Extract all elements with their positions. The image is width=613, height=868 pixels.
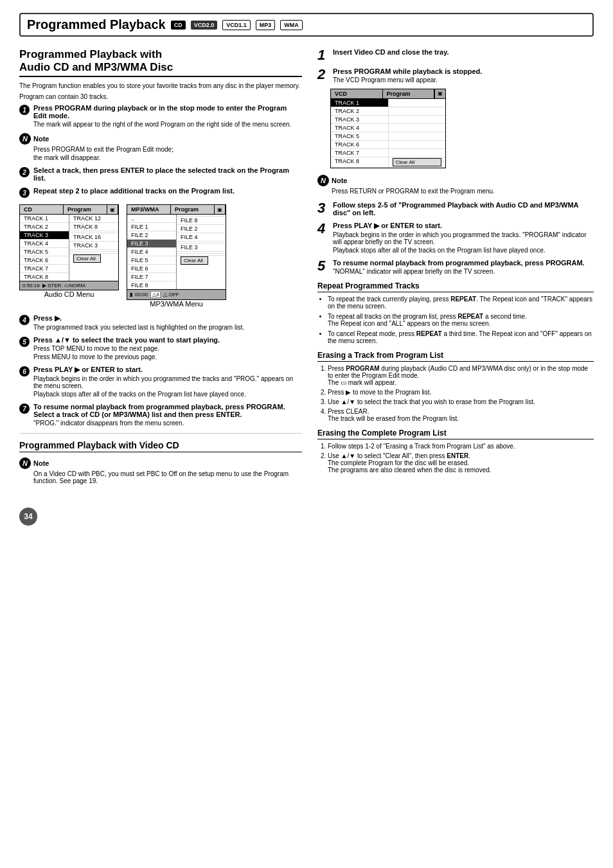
step7-num: 7 <box>19 403 30 414</box>
step5-sub1: Press TOP MENU to move to the next page. <box>33 345 302 352</box>
r-step4-title: Press PLAY ▶ or ENTER to start. <box>333 222 594 230</box>
step5-title: Press ▲/▼ to select the track you want t… <box>33 336 302 344</box>
step1-sub: The mark will appear to the right of the… <box>33 121 302 128</box>
step1-num: 1 <box>19 105 30 115</box>
cd-col1: CD <box>20 205 64 214</box>
step7-sub2: "PROG." indicator disappears from the me… <box>33 420 302 427</box>
r-step1-title: Insert Video CD and close the tray. <box>333 48 594 56</box>
mp3-row0: .. <box>127 215 176 223</box>
cd-col2: Program <box>64 205 107 214</box>
erase-item2: Press ▶ to move to the Program list. <box>328 389 594 396</box>
note2-label: Note <box>33 459 49 467</box>
note1-label: Note <box>33 135 49 143</box>
vcd-track2: TRACK 2 <box>331 107 445 116</box>
r-note-icon: N <box>317 175 329 186</box>
cd-bottom-bar: 0:50:18 ▶ STER. ▭NORM. <box>20 281 118 290</box>
note1-text2: the mark will disappear. <box>33 154 302 161</box>
cd-prog1: TRACK 12 <box>69 215 118 223</box>
r-step2: 2 Press PROGRAM while playback is stoppe… <box>317 67 594 84</box>
vcd-track5: TRACK 5 <box>331 132 445 141</box>
section1-title: Programmed Playback with Audio CD and MP… <box>19 48 302 77</box>
mp3-col1: MP3/WMA <box>127 205 171 214</box>
step1-title: Press PROGRAM during playback or in the … <box>33 104 302 120</box>
step5: 5 Press ▲/▼ to select the track you want… <box>19 336 302 360</box>
step4-title: Press ▶. <box>33 314 302 323</box>
cd-prog4: TRACK 16 <box>69 233 118 242</box>
section2-title: Programmed Playback with Video CD <box>19 440 302 452</box>
repeat-item1: To repeat the track currently playing, p… <box>328 296 594 310</box>
mp3-off: △ OFF <box>163 292 179 297</box>
cd-prog8: Clear All <box>69 254 118 263</box>
erase-complete-item2: Use ▲/▼ to select "Clear All", then pres… <box>328 452 594 474</box>
r-step3-title: Follow steps 2-5 of "Programmed Playback… <box>333 201 594 217</box>
r-step5: 5 To resume normal playback from program… <box>317 259 594 275</box>
step1: 1 Press PROGRAM during playback or in th… <box>19 104 302 128</box>
r-step3: 3 Follow steps 2-5 of "Programmed Playba… <box>317 201 594 217</box>
step5-num: 5 <box>19 337 30 347</box>
left-column: Programmed Playback with Audio CD and MP… <box>19 48 302 526</box>
cd-menu: CD Program ▣ TRACK 1 TRACK 2 TRACK 3 TRA… <box>19 204 119 308</box>
vcd-col1: VCD <box>331 89 383 98</box>
cd-row1: TRACK 1 <box>20 215 69 223</box>
cd-row6: TRACK 6 <box>20 256 69 265</box>
step3-num: 3 <box>19 188 30 198</box>
badge-vcd20: VCD2.0 <box>191 21 218 30</box>
mp3-prog3: FILE 4 <box>177 233 226 242</box>
cd-row7: TRACK 7 <box>20 265 69 273</box>
cd-menu-label: Audio CD Menu <box>19 290 119 298</box>
page-header: Programmed Playback CD VCD2.0 VCD1.1 MP3… <box>19 13 594 37</box>
r-step4-sub2: Playback stops after all of the tracks o… <box>333 247 594 254</box>
step3: 3 Repeat step 2 to place additional trac… <box>19 187 302 198</box>
r-step5-sub: "NORMAL" indicator will appear briefly o… <box>333 268 594 275</box>
mp3-row1: FILE 1 <box>127 223 176 231</box>
r-note-text: Press RETURN or PROGRAM to exit the Prog… <box>332 188 594 195</box>
step7-title: To resume normal playback from programme… <box>33 403 302 411</box>
r-step4-sub1: Playback begins in the order in which yo… <box>333 231 594 245</box>
r-step3-num: 3 <box>317 201 329 215</box>
erase-list: Press PROGRAM during playback (Audio CD … <box>328 365 594 422</box>
page-number: 34 <box>19 508 37 526</box>
repeat-heading: Repeat Programmed Tracks <box>317 281 594 292</box>
erase-complete-heading: Erasing the Complete Program List <box>317 429 594 439</box>
step3-title: Repeat step 2 to place additional tracks… <box>33 187 302 195</box>
mp3-menu-box: MP3/WMA Program ▣ .. FILE 1 FILE 2 FILE … <box>127 204 226 300</box>
note1-text1: Press PROGRAM to exit the Program Edit m… <box>33 146 302 153</box>
r-step1-num: 1 <box>317 48 329 62</box>
mp3-menu-label: MP3/WMA Menu <box>127 300 226 308</box>
step6-title: Press PLAY ▶ or ENTER to start. <box>33 366 302 374</box>
badge-mp3: MP3 <box>256 20 276 30</box>
erase-complete-list: Follow steps 1-2 of "Erasing a Track fro… <box>328 443 594 474</box>
r-note: N Note Press RETURN or PROGRAM to exit t… <box>317 175 594 195</box>
step7: 7 To resume normal playback from program… <box>19 403 302 427</box>
r-step4: 4 Press PLAY ▶ or ENTER to start. Playba… <box>317 222 594 254</box>
mp3-row4: FILE 4 <box>127 248 176 256</box>
step6-num: 6 <box>19 366 30 376</box>
step4-num: 4 <box>19 315 30 325</box>
vcd-track7: TRACK 7 <box>331 149 445 157</box>
mp3-row7: FILE 7 <box>127 273 176 281</box>
step6-sub2: Playback stops after all of the tracks o… <box>33 391 302 398</box>
cd-clear-btn[interactable]: Clear All <box>73 254 101 263</box>
mp3-clear-btn[interactable]: Clear All <box>181 256 208 265</box>
vcd-track4: TRACK 4 <box>331 124 445 132</box>
cd-icons: ▶ STER. ▭NORM. <box>42 283 87 288</box>
step6-sub1: Playback begins in the order in which yo… <box>33 375 302 389</box>
intro1: The Program function enables you to stor… <box>19 82 302 89</box>
badge-cd: CD <box>171 21 186 30</box>
mp3-row2: FILE 2 <box>127 231 176 240</box>
repeat-item3: To cancel Repeat mode, press REPEAT a th… <box>328 330 594 344</box>
cd-row3: TRACK 3 <box>20 231 69 240</box>
step6: 6 Press PLAY ▶ or ENTER to start. Playba… <box>19 366 302 398</box>
erase-complete-item1: Follow steps 1-2 of "Erasing a Track fro… <box>328 443 594 450</box>
vcd-clear-btn[interactable]: Clear All <box>393 158 442 166</box>
mp3-icon: ▣ <box>215 205 226 214</box>
r-step2-num: 2 <box>317 67 329 82</box>
erase-item3: Use ▲/▼ to select the track that you wis… <box>328 398 594 405</box>
mp3-prog8: Clear All <box>177 256 226 265</box>
mp3-row6: FILE 6 <box>127 265 176 273</box>
vcd-track8: TRACK 8 Clear All <box>331 157 445 168</box>
erase-heading: Erasing a Track from Program List <box>317 351 594 362</box>
note2-icon: N <box>19 457 31 469</box>
mp3-prog2: FILE 2 <box>177 225 226 233</box>
vcd-track3: TRACK 3 <box>331 116 445 124</box>
